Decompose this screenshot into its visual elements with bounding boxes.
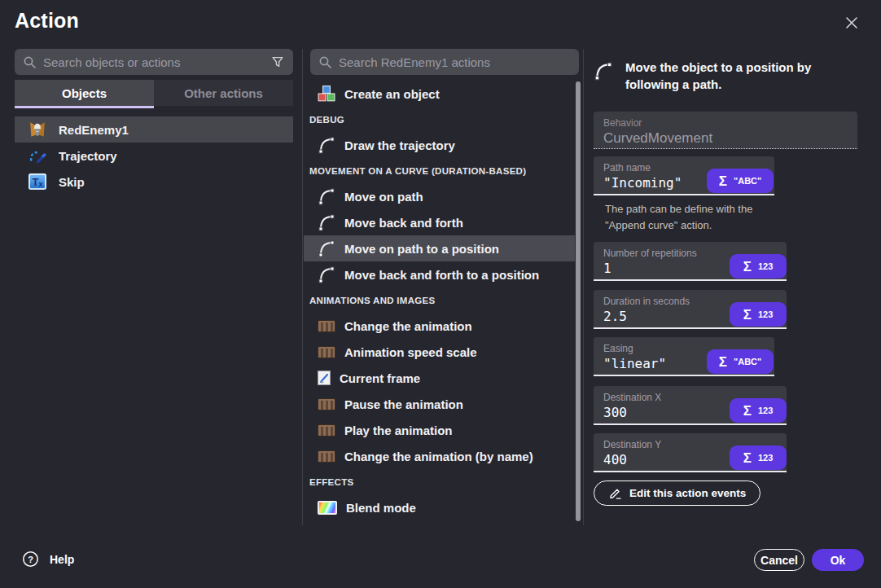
- ok-label: Ok: [831, 554, 846, 567]
- objects-search-box[interactable]: [15, 49, 293, 75]
- action-row-play-animation[interactable]: Play the animation: [304, 417, 575, 443]
- help-button[interactable]: ? Help: [22, 551, 74, 568]
- expression-type-label: "ABC": [734, 176, 761, 186]
- dialog-title: Action: [15, 9, 79, 33]
- sigma-icon: Σ: [743, 260, 752, 274]
- destination-y-field-group: Destination Y 400 Σ 123: [594, 433, 787, 472]
- cancel-button[interactable]: Cancel: [754, 549, 804, 571]
- help-icon: ?: [22, 551, 39, 568]
- cancel-label: Cancel: [760, 554, 798, 567]
- curve-icon: [318, 265, 335, 283]
- action-row-blend-mode[interactable]: Blend mode: [304, 494, 575, 520]
- object-row-skip[interactable]: Tx Skip: [15, 169, 293, 195]
- object-label: Skip: [59, 175, 85, 189]
- panel-divider: [583, 49, 584, 525]
- section-header-movement-curve: MOVEMENT ON A CURVE (DURATION-BASED): [304, 158, 575, 183]
- action-label: Animation speed scale: [344, 345, 477, 359]
- duration-field-group: Duration in seconds 2.5 Σ 123: [594, 290, 787, 329]
- actions-scrollbar[interactable]: [576, 81, 581, 521]
- repetitions-field-group: Number of repetitions 1 Σ 123: [594, 242, 787, 281]
- objects-tabbar: Objects Other actions: [15, 80, 293, 106]
- action-row-animation-speed-scale[interactable]: Animation speed scale: [304, 339, 575, 365]
- expression-editor-button[interactable]: Σ "ABC": [707, 349, 774, 374]
- action-label: Draw the trajectory: [344, 138, 455, 152]
- pencil-icon: [608, 486, 622, 500]
- action-row-move-on-path-to-position[interactable]: Move on path to a position: [304, 235, 575, 261]
- action-label: Change the animation: [344, 319, 472, 333]
- edit-action-events-label: Edit this action events: [629, 487, 746, 499]
- active-tab-indicator: [15, 106, 154, 108]
- svg-text:?: ?: [28, 555, 33, 564]
- curve-icon: [318, 239, 335, 257]
- search-icon: [318, 55, 332, 69]
- object-label: RedEnemy1: [59, 123, 129, 137]
- action-label: Create an object: [344, 87, 440, 101]
- field-label: Behavior: [603, 117, 848, 129]
- filter-icon[interactable]: [270, 55, 285, 69]
- expression-editor-button[interactable]: Σ 123: [730, 302, 787, 327]
- action-label: Play the animation: [344, 423, 453, 437]
- path-name-field-group: Path name "Incoming" Σ "ABC": [594, 156, 774, 195]
- tab-objects-label: Objects: [62, 86, 107, 100]
- expression-editor-button[interactable]: Σ 123: [730, 445, 787, 470]
- sigma-icon: Σ: [743, 451, 752, 465]
- objects-list: RedEnemy1 Trajectory Tx Skip: [15, 116, 293, 195]
- objects-search-input[interactable]: [43, 55, 264, 69]
- action-row-pause-animation[interactable]: Pause the animation: [304, 391, 575, 417]
- action-description-text: Move the object to a position by followi…: [625, 59, 857, 93]
- object-row-redenemy1[interactable]: RedEnemy1: [15, 116, 293, 143]
- action-label: Pause the animation: [344, 397, 463, 411]
- curve-icon: [318, 136, 335, 154]
- action-row-current-frame[interactable]: Current frame: [304, 365, 575, 391]
- search-icon: [23, 55, 37, 69]
- action-parameters-panel: Move the object to a position by followi…: [594, 0, 857, 588]
- panel-divider: [302, 49, 303, 525]
- field-value: CurvedMovement: [603, 130, 848, 147]
- ok-button[interactable]: Ok: [812, 549, 864, 571]
- actions-search-input[interactable]: [339, 55, 571, 69]
- film-icon: [318, 450, 335, 463]
- actions-search-box[interactable]: [310, 49, 579, 75]
- tab-objects[interactable]: Objects: [15, 80, 154, 106]
- help-label: Help: [50, 553, 74, 566]
- tab-other-actions[interactable]: Other actions: [154, 80, 293, 106]
- action-row-change-animation-by-name[interactable]: Change the animation (by name): [304, 443, 575, 469]
- behavior-field-group: Behavior CurvedMovement: [594, 112, 857, 150]
- action-label: Move on path: [344, 190, 423, 204]
- curve-icon: [318, 187, 335, 205]
- trajectory-icon: [28, 147, 46, 165]
- expression-editor-button[interactable]: Σ 123: [730, 398, 787, 423]
- behavior-field: Behavior CurvedMovement: [594, 112, 857, 149]
- film-icon: [318, 320, 335, 332]
- expression-type-label: 123: [758, 406, 773, 415]
- destination-x-field-group: Destination X 300 Σ 123: [594, 386, 787, 425]
- enemy-sprite-icon: [28, 121, 46, 138]
- expression-type-label: 123: [758, 261, 773, 271]
- action-row-move-back-forth[interactable]: Move back and forth: [304, 209, 575, 235]
- expression-editor-button[interactable]: Σ 123: [730, 254, 787, 279]
- expression-editor-button[interactable]: Σ "ABC": [707, 169, 774, 193]
- action-row-move-on-path[interactable]: Move on path: [304, 183, 575, 209]
- expression-type-label: "ABC": [734, 357, 761, 366]
- section-header-debug: DEBUG: [304, 107, 575, 132]
- sigma-icon: Σ: [743, 404, 752, 418]
- action-row-change-animation[interactable]: Change the animation: [304, 313, 575, 339]
- object-row-trajectory[interactable]: Trajectory: [15, 143, 293, 169]
- easing-field-group: Easing "linear" Σ "ABC": [594, 337, 774, 376]
- action-row-draw-trajectory[interactable]: Draw the trajectory: [304, 132, 575, 158]
- sigma-icon: Σ: [719, 174, 727, 188]
- frame-icon: [318, 371, 331, 385]
- object-label: Trajectory: [59, 149, 117, 163]
- action-description: Move the object to a position by followi…: [594, 59, 857, 93]
- film-icon: [318, 346, 335, 358]
- action-label: Current frame: [340, 371, 420, 385]
- edit-action-events-button[interactable]: Edit this action events: [594, 480, 760, 506]
- text-object-icon: Tx: [28, 173, 46, 190]
- film-icon: [318, 398, 335, 410]
- section-header-animations: ANIMATIONS AND IMAGES: [304, 287, 575, 313]
- action-row-create-object[interactable]: Create an object: [304, 81, 575, 107]
- curve-icon: [594, 61, 613, 81]
- actions-list: Create an object DEBUG Draw the trajecto…: [304, 81, 575, 520]
- action-label: Move back and forth to a position: [344, 268, 539, 282]
- action-row-move-back-forth-to-position[interactable]: Move back and forth to a position: [304, 261, 575, 287]
